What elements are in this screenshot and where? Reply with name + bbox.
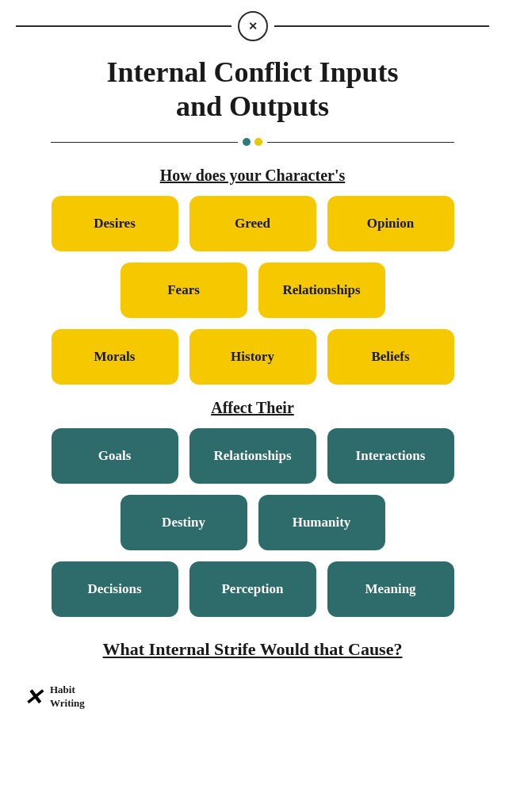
divider-line-left <box>51 142 238 144</box>
header-emblem: ✕ <box>238 11 268 41</box>
badge-interactions: Interactions <box>327 428 454 484</box>
badge-history: History <box>189 329 316 385</box>
inputs-row-3: Morals History Beliefs <box>52 329 454 385</box>
logo-area: ✕ Habit Writing <box>24 684 85 710</box>
outputs-badge-grid: Goals Relationships Interactions Destiny… <box>0 428 505 617</box>
inputs-row-2: Fears Relationships <box>121 262 385 318</box>
outputs-row-3: Decisions Perception Meaning <box>52 561 454 617</box>
badge-opinion: Opinion <box>327 196 454 251</box>
border-line-right <box>274 25 490 27</box>
divider-row <box>51 138 455 146</box>
badge-humanity: Humanity <box>258 495 385 550</box>
outputs-row-1: Goals Relationships Interactions <box>52 428 454 484</box>
badge-beliefs: Beliefs <box>327 329 454 385</box>
badge-relationships-output: Relationships <box>189 428 316 484</box>
dot-teal <box>243 138 251 146</box>
logo-text: Habit Writing <box>50 684 85 710</box>
inputs-heading: How does your Character's <box>160 167 346 185</box>
inputs-badge-grid: Desires Greed Opinion Fears Relationship… <box>0 196 505 385</box>
logo-icon: ✕ <box>24 684 42 710</box>
badge-destiny: Destiny <box>121 495 247 550</box>
badge-decisions: Decisions <box>52 561 178 617</box>
badge-perception: Perception <box>189 561 316 617</box>
dot-yellow <box>254 138 262 146</box>
divider-line-right <box>267 142 454 144</box>
outputs-row-2: Destiny Humanity <box>121 495 385 550</box>
divider-dots <box>243 138 262 146</box>
badge-relationships-input: Relationships <box>258 262 385 318</box>
main-title: Internal Conflict Inputs and Outputs <box>106 56 398 124</box>
badge-goals: Goals <box>52 428 178 484</box>
badge-greed: Greed <box>189 196 316 251</box>
middle-heading: Affect Their <box>211 399 294 417</box>
badge-desires: Desires <box>52 196 178 251</box>
footer-question: What Internal Strife Would that Cause? <box>103 639 403 660</box>
badge-fears: Fears <box>121 262 247 318</box>
inputs-row-1: Desires Greed Opinion <box>52 196 454 251</box>
border-line-left <box>16 25 231 27</box>
top-border: ✕ <box>0 0 505 41</box>
badge-morals: Morals <box>52 329 178 385</box>
badge-meaning: Meaning <box>327 561 454 617</box>
